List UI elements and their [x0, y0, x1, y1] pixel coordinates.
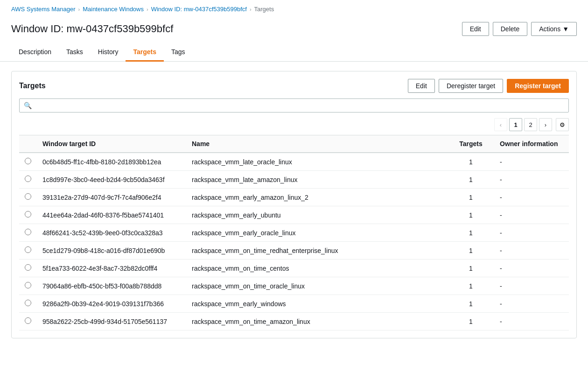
- breadcrumb: AWS Systems Manager › Maintenance Window…: [0, 0, 588, 18]
- breadcrumb-current: Targets: [254, 6, 274, 13]
- row-radio-cell: [19, 224, 37, 242]
- table-row: 441ee64a-2dad-46f0-8376-f5bae5741401 rac…: [19, 206, 569, 224]
- search-input[interactable]: [19, 98, 569, 112]
- table-header-row: Window target ID Name Targets Owner info…: [19, 135, 569, 153]
- pagination-row: ‹ 1 2 › ⚙: [19, 118, 569, 131]
- row-name-cell: rackspace_vmm_early_ubuntu: [186, 206, 448, 224]
- table-row: 79064a86-ebfb-450c-bf53-f00a8b788dd8 rac…: [19, 277, 569, 295]
- row-radio-input[interactable]: [25, 193, 31, 200]
- page-2-button[interactable]: 2: [524, 118, 537, 131]
- panel-title: Targets: [19, 82, 46, 90]
- row-radio-cell: [19, 189, 37, 206]
- row-id-cell: 5f1ea733-6022-4e3f-8ac7-32b82dc0fff4: [37, 260, 186, 277]
- row-targets-cell: 1: [448, 189, 494, 206]
- row-id-cell: 1c8d997e-3bc0-4eed-b2d4-9cb50da3463f: [37, 171, 186, 189]
- row-owner-cell: -: [494, 277, 569, 295]
- chevron-down-icon: ▼: [562, 25, 569, 33]
- row-owner-cell: -: [494, 153, 569, 171]
- row-radio-input[interactable]: [25, 264, 31, 271]
- row-name-cell: rackspace_vmm_on_time_oracle_linux: [186, 277, 448, 295]
- col-header-select: [19, 135, 37, 153]
- row-name-cell: rackspace_vmm_on_time_amazon_linux: [186, 313, 448, 330]
- row-targets-cell: 1: [448, 313, 494, 330]
- prev-page-button[interactable]: ‹: [494, 118, 507, 131]
- header-actions: Edit Delete Actions ▼: [462, 22, 577, 36]
- row-radio-input[interactable]: [25, 282, 31, 288]
- row-radio-input[interactable]: [25, 175, 31, 182]
- search-icon: 🔍: [24, 102, 32, 109]
- breadcrumb-link-ssm[interactable]: AWS Systems Manager: [11, 6, 76, 13]
- tab-tags[interactable]: Tags: [164, 43, 193, 62]
- deregister-target-button[interactable]: Deregister target: [439, 79, 503, 93]
- table-settings-button[interactable]: ⚙: [556, 118, 569, 131]
- row-radio-cell: [19, 153, 37, 171]
- row-id-cell: 441ee64a-2dad-46f0-8376-f5bae5741401: [37, 206, 186, 224]
- page-header: Window ID: mw-0437cf539b599bfcf Edit Del…: [0, 18, 588, 43]
- row-targets-cell: 1: [448, 242, 494, 260]
- col-header-owner: Owner information: [494, 135, 569, 153]
- table-row: 1c8d997e-3bc0-4eed-b2d4-9cb50da3463f rac…: [19, 171, 569, 189]
- row-targets-cell: 1: [448, 295, 494, 313]
- targets-table: Window target ID Name Targets Owner info…: [19, 135, 569, 330]
- row-radio-input[interactable]: [25, 300, 31, 306]
- row-id-cell: 0c6b48d5-ff1c-4fbb-8180-2d1893bb12ea: [37, 153, 186, 171]
- panel-edit-button[interactable]: Edit: [408, 79, 435, 93]
- row-targets-cell: 1: [448, 171, 494, 189]
- gear-icon: ⚙: [560, 121, 565, 128]
- row-radio-input[interactable]: [25, 211, 31, 218]
- page-1-button[interactable]: 1: [509, 118, 522, 131]
- breadcrumb-link-mw[interactable]: Maintenance Windows: [83, 6, 144, 13]
- row-id-cell: 79064a86-ebfb-450c-bf53-f00a8b788dd8: [37, 277, 186, 295]
- row-radio-input[interactable]: [25, 229, 31, 235]
- row-owner-cell: -: [494, 224, 569, 242]
- row-name-cell: rackspace_vmm_early_amazon_linux_2: [186, 189, 448, 206]
- row-owner-cell: -: [494, 206, 569, 224]
- panel-header: Targets Edit Deregister target Register …: [19, 79, 569, 93]
- row-radio-input[interactable]: [25, 246, 31, 253]
- breadcrumb-sep-3: ›: [250, 7, 252, 12]
- row-owner-cell: -: [494, 171, 569, 189]
- row-owner-cell: -: [494, 242, 569, 260]
- tab-tasks[interactable]: Tasks: [59, 43, 91, 62]
- row-radio-input[interactable]: [25, 158, 31, 164]
- page-title: Window ID: mw-0437cf539b599bfcf: [11, 23, 173, 35]
- table-row: 5f1ea733-6022-4e3f-8ac7-32b82dc0fff4 rac…: [19, 260, 569, 277]
- edit-button[interactable]: Edit: [462, 22, 489, 36]
- row-owner-cell: -: [494, 295, 569, 313]
- row-radio-cell: [19, 242, 37, 260]
- row-id-cell: 5ce1d279-09b8-418c-a016-df87d01e690b: [37, 242, 186, 260]
- register-target-button[interactable]: Register target: [507, 79, 569, 93]
- row-id-cell: 48f66241-3c52-439b-9ee0-0f3c0ca328a3: [37, 224, 186, 242]
- row-name-cell: rackspace_vmm_early_oracle_linux: [186, 224, 448, 242]
- row-name-cell: rackspace_vmm_early_windows: [186, 295, 448, 313]
- row-radio-cell: [19, 260, 37, 277]
- table-row: 48f66241-3c52-439b-9ee0-0f3c0ca328a3 rac…: [19, 224, 569, 242]
- row-targets-cell: 1: [448, 260, 494, 277]
- targets-panel: Targets Edit Deregister target Register …: [11, 71, 577, 338]
- breadcrumb-link-window[interactable]: Window ID: mw-0437cf539b599bfcf: [151, 6, 247, 13]
- row-radio-cell: [19, 206, 37, 224]
- row-id-cell: 9286a2f9-0b39-42e4-9019-039131f7b366: [37, 295, 186, 313]
- delete-button[interactable]: Delete: [493, 22, 527, 36]
- row-radio-cell: [19, 295, 37, 313]
- row-id-cell: 39131e2a-27d9-407d-9c7f-7c4af906e2f4: [37, 189, 186, 206]
- search-wrapper: 🔍: [19, 98, 569, 112]
- row-radio-cell: [19, 171, 37, 189]
- row-radio-input[interactable]: [25, 317, 31, 324]
- table-row: 958a2622-25cb-499d-934d-51705e561137 rac…: [19, 313, 569, 330]
- tab-targets[interactable]: Targets: [126, 43, 164, 62]
- row-radio-cell: [19, 313, 37, 330]
- row-targets-cell: 1: [448, 224, 494, 242]
- col-header-id: Window target ID: [37, 135, 186, 153]
- tab-history[interactable]: History: [91, 43, 126, 62]
- row-id-cell: 958a2622-25cb-499d-934d-51705e561137: [37, 313, 186, 330]
- table-row: 5ce1d279-09b8-418c-a016-df87d01e690b rac…: [19, 242, 569, 260]
- col-header-name: Name: [186, 135, 448, 153]
- col-header-targets: Targets: [448, 135, 494, 153]
- row-owner-cell: -: [494, 189, 569, 206]
- next-page-button[interactable]: ›: [539, 118, 552, 131]
- row-owner-cell: -: [494, 260, 569, 277]
- actions-button[interactable]: Actions ▼: [531, 22, 577, 36]
- tab-description[interactable]: Description: [11, 43, 59, 62]
- table-row: 39131e2a-27d9-407d-9c7f-7c4af906e2f4 rac…: [19, 189, 569, 206]
